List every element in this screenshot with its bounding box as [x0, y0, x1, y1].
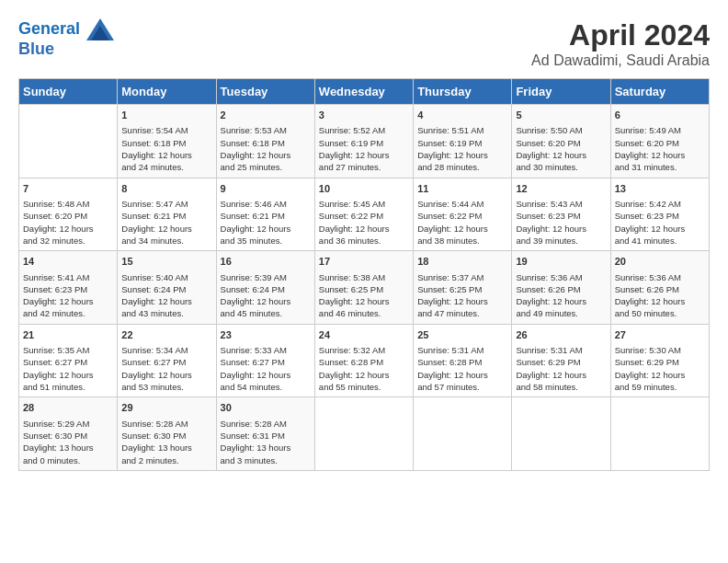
calendar-cell: 12Sunrise: 5:43 AMSunset: 6:23 PMDayligh… [512, 178, 610, 251]
day-number: 13 [615, 182, 705, 196]
day-number: 9 [221, 182, 311, 196]
day-number: 2 [221, 109, 311, 122]
cell-content-line: Sunrise: 5:52 AM [319, 124, 409, 136]
cell-content-line: Sunrise: 5:30 AM [615, 344, 705, 356]
cell-content-line: and 59 minutes. [615, 381, 705, 393]
calendar-cell [414, 397, 512, 471]
calendar-cell: 17Sunrise: 5:38 AMSunset: 6:25 PMDayligh… [314, 251, 413, 325]
calendar-cell: 22Sunrise: 5:34 AMSunset: 6:27 PMDayligh… [118, 324, 216, 397]
cell-content-line: Sunset: 6:20 PM [615, 137, 705, 149]
cell-content-line: Sunset: 6:24 PM [121, 283, 211, 295]
calendar-cell: 2Sunrise: 5:53 AMSunset: 6:18 PMDaylight… [216, 105, 314, 178]
calendar-cell: 28Sunrise: 5:29 AMSunset: 6:30 PMDayligh… [19, 397, 118, 471]
cell-content-line: Daylight: 12 hours [319, 295, 409, 307]
cell-content-line: Sunset: 6:28 PM [319, 356, 409, 368]
cell-content-line: Daylight: 12 hours [23, 295, 113, 307]
cell-content-line: Sunrise: 5:33 AM [221, 344, 311, 356]
cell-content-line: Daylight: 12 hours [417, 149, 507, 161]
cell-content-line: Sunset: 6:21 PM [121, 210, 211, 222]
cell-content-line: Sunrise: 5:46 AM [221, 198, 311, 210]
calendar-cell: 7Sunrise: 5:48 AMSunset: 6:20 PMDaylight… [19, 178, 118, 251]
cell-content-line: Sunset: 6:30 PM [121, 430, 211, 442]
cell-content-line: Sunrise: 5:42 AM [615, 198, 705, 210]
cell-content-line: Sunset: 6:26 PM [516, 283, 606, 295]
calendar-cell: 30Sunrise: 5:28 AMSunset: 6:31 PMDayligh… [216, 397, 314, 471]
calendar-cell [512, 397, 610, 471]
calendar-cell: 11Sunrise: 5:44 AMSunset: 6:22 PMDayligh… [414, 178, 512, 251]
cell-content-line: Daylight: 13 hours [23, 442, 113, 454]
cell-content-line: and 43 minutes. [121, 307, 211, 319]
cell-content-line: Sunset: 6:27 PM [121, 356, 211, 368]
calendar-cell: 27Sunrise: 5:30 AMSunset: 6:29 PMDayligh… [610, 324, 709, 397]
calendar-cell: 21Sunrise: 5:35 AMSunset: 6:27 PMDayligh… [19, 324, 118, 397]
calendar-week-row: 7Sunrise: 5:48 AMSunset: 6:20 PMDaylight… [19, 178, 710, 251]
day-number: 29 [121, 401, 211, 415]
calendar-cell: 13Sunrise: 5:42 AMSunset: 6:23 PMDayligh… [610, 178, 709, 251]
cell-content-line: Sunrise: 5:47 AM [121, 198, 211, 210]
cell-content-line: Sunset: 6:27 PM [23, 356, 113, 368]
cell-content-line: Sunset: 6:29 PM [615, 356, 705, 368]
cell-content-line: Sunrise: 5:54 AM [121, 124, 211, 136]
cell-content-line: Daylight: 12 hours [221, 149, 311, 161]
cell-content-line: Daylight: 12 hours [516, 223, 606, 235]
cell-content-line: Sunset: 6:28 PM [417, 356, 507, 368]
day-number: 1 [121, 109, 211, 122]
cell-content-line: Daylight: 12 hours [417, 223, 507, 235]
subtitle: Ad Dawadimi, Saudi Arabia [531, 52, 710, 69]
calendar-cell: 8Sunrise: 5:47 AMSunset: 6:21 PMDaylight… [118, 178, 216, 251]
cell-content-line: Daylight: 12 hours [615, 369, 705, 381]
cell-content-line: Daylight: 13 hours [221, 442, 311, 454]
cell-content-line: Sunset: 6:23 PM [615, 210, 705, 222]
cell-content-line: Daylight: 12 hours [615, 223, 705, 235]
cell-content-line: Sunrise: 5:36 AM [615, 271, 705, 283]
day-number: 12 [516, 182, 606, 196]
cell-content-line: Daylight: 12 hours [121, 223, 211, 235]
calendar-cell: 10Sunrise: 5:45 AMSunset: 6:22 PMDayligh… [314, 178, 413, 251]
calendar-cell [19, 105, 118, 178]
calendar-cell: 23Sunrise: 5:33 AMSunset: 6:27 PMDayligh… [216, 324, 314, 397]
cell-content-line: Sunset: 6:19 PM [319, 137, 409, 149]
col-sunday: Sunday [19, 79, 118, 105]
calendar-cell: 1Sunrise: 5:54 AMSunset: 6:18 PMDaylight… [118, 105, 216, 178]
day-number: 8 [121, 182, 211, 196]
cell-content-line: Sunset: 6:31 PM [221, 430, 311, 442]
cell-content-line: Sunset: 6:26 PM [615, 283, 705, 295]
cell-content-line: and 25 minutes. [221, 161, 311, 173]
cell-content-line: Daylight: 12 hours [615, 149, 705, 161]
day-number: 6 [615, 109, 705, 122]
cell-content-line: Sunrise: 5:35 AM [23, 344, 113, 356]
cell-content-line: Sunrise: 5:37 AM [417, 271, 507, 283]
cell-content-line: and 54 minutes. [221, 381, 311, 393]
cell-content-line: Daylight: 12 hours [319, 369, 409, 381]
calendar-table: Sunday Monday Tuesday Wednesday Thursday… [18, 78, 710, 471]
page-header: General Blue April 2024 Ad Dawadimi, Sau… [18, 18, 710, 69]
main-title: April 2024 [531, 18, 710, 52]
calendar-cell: 29Sunrise: 5:28 AMSunset: 6:30 PMDayligh… [118, 397, 216, 471]
day-number: 27 [615, 328, 705, 342]
cell-content-line: and 55 minutes. [319, 381, 409, 393]
day-number: 20 [615, 255, 705, 269]
cell-content-line: Sunrise: 5:44 AM [417, 198, 507, 210]
cell-content-line: Sunset: 6:25 PM [319, 283, 409, 295]
cell-content-line: Sunset: 6:22 PM [417, 210, 507, 222]
day-number: 4 [417, 109, 507, 122]
cell-content-line: Sunrise: 5:34 AM [121, 344, 211, 356]
cell-content-line: Sunrise: 5:36 AM [516, 271, 606, 283]
calendar-cell: 18Sunrise: 5:37 AMSunset: 6:25 PMDayligh… [414, 251, 512, 325]
col-thursday: Thursday [414, 79, 512, 105]
calendar-cell [314, 397, 413, 471]
day-number: 5 [516, 109, 606, 122]
cell-content-line: Daylight: 12 hours [221, 295, 311, 307]
day-number: 23 [221, 328, 311, 342]
cell-content-line: Daylight: 12 hours [319, 223, 409, 235]
logo-icon [86, 18, 114, 40]
cell-content-line: Daylight: 12 hours [615, 295, 705, 307]
cell-content-line: Daylight: 13 hours [121, 442, 211, 454]
cell-content-line: and 53 minutes. [121, 381, 211, 393]
cell-content-line: Sunrise: 5:40 AM [121, 271, 211, 283]
cell-content-line: and 45 minutes. [221, 307, 311, 319]
calendar-cell: 20Sunrise: 5:36 AMSunset: 6:26 PMDayligh… [610, 251, 709, 325]
calendar-cell: 9Sunrise: 5:46 AMSunset: 6:21 PMDaylight… [216, 178, 314, 251]
cell-content-line: Sunrise: 5:28 AM [221, 418, 311, 430]
calendar-week-row: 28Sunrise: 5:29 AMSunset: 6:30 PMDayligh… [19, 397, 710, 471]
